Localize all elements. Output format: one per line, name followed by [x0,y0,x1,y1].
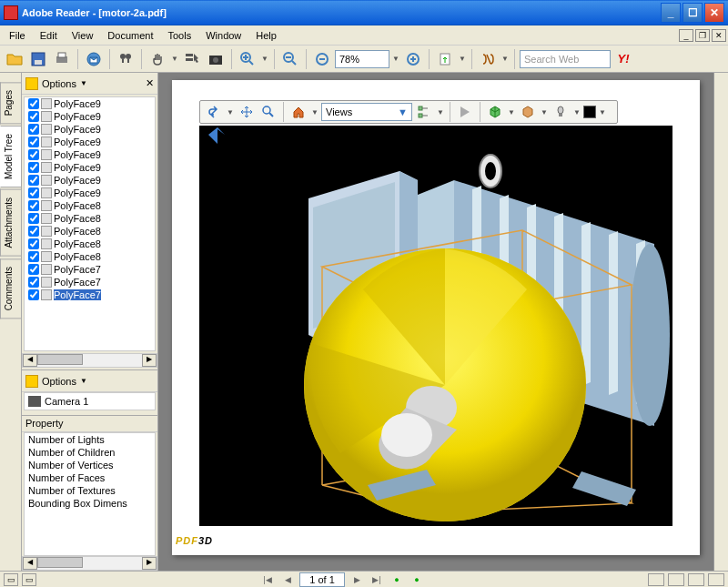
prop-scroll-thumb[interactable] [37,557,83,568]
tree-checkbox[interactable] [28,277,39,288]
zoom-3d-button[interactable] [258,102,278,122]
tree-node[interactable]: PolyFace7 [25,263,155,276]
sign-button[interactable] [477,48,499,70]
camera-options-dropdown[interactable]: ▼ [80,377,87,385]
panel-close-button[interactable]: ✕ [146,77,154,89]
page-layout-icon[interactable]: ▭ [4,573,18,586]
bgcolor-dropdown[interactable]: ▼ [598,108,607,116]
document-viewport[interactable]: ▼ ▼ Views▼ ▼ ▼ ▼ ▼ ▼ [158,73,728,571]
menu-document[interactable]: Document [100,28,160,43]
scroll-right-button[interactable]: ▶ [142,354,157,367]
tree-checkbox[interactable] [28,213,39,224]
email-button[interactable] [83,48,105,70]
extra-tool-button[interactable] [518,102,538,122]
tree-node[interactable]: PolyFace8 [25,250,155,263]
property-row[interactable]: Number of Faces [25,471,155,484]
tree-checkbox[interactable] [28,289,39,300]
views-select[interactable]: Views▼ [321,103,412,121]
tree-node[interactable]: PolyFace9 [25,136,155,148]
property-row[interactable]: Bounding Box Dimens [25,497,155,510]
tree-checkbox[interactable] [28,264,39,275]
facing-view[interactable] [688,573,704,586]
continuous-facing-view[interactable] [708,573,724,586]
prop-scroll-left[interactable]: ◀ [23,557,37,570]
property-row[interactable]: Number of Children [25,446,155,459]
tree-scrollbar[interactable]: ◀ ▶ [22,353,157,368]
lighting-dropdown[interactable]: ▼ [572,108,581,116]
camera-list[interactable]: Camera 1 [24,392,156,410]
rotate-dropdown[interactable]: ▼ [226,108,235,116]
menu-tools[interactable]: Tools [161,28,199,43]
search-button[interactable] [115,48,136,70]
menu-window[interactable]: Window [198,28,248,43]
zoom-out-button[interactable] [279,48,301,70]
select-tool-button[interactable] [181,48,203,70]
mdi-minimize-button[interactable]: _ [679,29,693,42]
play-button[interactable] [455,102,475,122]
tree-node[interactable]: PolyFace8 [25,238,155,250]
rotate-button[interactable] [204,102,224,122]
tree-checkbox[interactable] [28,187,39,198]
menu-view[interactable]: View [65,28,101,43]
tree-node[interactable]: PolyFace7 [25,276,155,288]
mdi-close-button[interactable]: ✕ [712,29,726,42]
tree-node[interactable]: PolyFace8 [25,225,155,238]
tree-checkbox[interactable] [28,175,39,186]
tree-checkbox[interactable] [28,149,39,160]
yahoo-search-button[interactable]: Y! [612,48,634,70]
tab-pages[interactable]: Pages [0,82,21,124]
page-vertical-scrollbar[interactable] [713,73,728,571]
camera-options-menu[interactable]: Options [42,376,76,387]
options-dropdown[interactable]: ▼ [80,79,87,87]
properties-scrollbar[interactable]: ◀ ▶ [22,556,157,571]
continuous-view[interactable] [668,573,684,586]
tree-checkbox[interactable] [28,124,39,135]
tree-checkbox[interactable] [28,200,39,211]
tree-node[interactable]: PolyFace9 [25,97,155,110]
model-tree-list[interactable]: PolyFace9PolyFace9PolyFace9PolyFace9Poly… [24,96,156,351]
tree-node[interactable]: PolyFace9 [25,123,155,136]
tree-node[interactable]: PolyFace9 [25,161,155,174]
pan-button[interactable] [237,102,257,122]
export-dropdown[interactable]: ▼ [458,55,467,63]
extra-tool-dropdown[interactable]: ▼ [540,108,549,116]
tree-checkbox[interactable] [28,226,39,237]
export-button[interactable] [434,48,456,70]
tree-checkbox[interactable] [28,111,39,122]
options-icon[interactable] [25,77,38,90]
lighting-button[interactable] [551,102,571,122]
sign-dropdown[interactable]: ▼ [500,55,510,63]
background-color-swatch[interactable] [583,106,596,118]
zoom-increase-button[interactable] [402,48,424,70]
page-layout-icon-2[interactable]: ▭ [22,573,36,586]
render-mode-dropdown[interactable]: ▼ [507,108,516,116]
prev-page-button[interactable]: ◀ [279,573,296,586]
snapshot-button[interactable] [205,48,227,70]
hand-tool-button[interactable] [147,48,168,70]
default-view-dropdown[interactable]: ▼ [310,108,319,116]
options-menu[interactable]: Options [42,78,76,89]
tree-node[interactable]: PolyFace9 [25,174,155,187]
forward-button[interactable]: ● [409,573,425,586]
zoom-in-button[interactable] [237,48,258,70]
maximize-button[interactable]: ☐ [682,3,703,23]
first-page-button[interactable]: |◀ [259,573,276,586]
tree-node[interactable]: PolyFace9 [25,148,155,161]
close-button[interactable]: ✕ [704,3,724,23]
render-mode-button[interactable] [485,102,505,122]
tab-comments[interactable]: Comments [0,258,21,319]
open-button[interactable] [4,48,25,70]
model-tree-dropdown[interactable]: ▼ [436,108,445,116]
mdi-restore-button[interactable]: ❐ [695,29,710,42]
tree-checkbox[interactable] [28,162,39,173]
property-row[interactable]: Number of Vertices [25,459,155,471]
last-page-button[interactable]: ▶| [369,573,385,586]
tree-node[interactable]: PolyFace9 [25,110,155,123]
search-web-input[interactable]: Search Web [520,50,611,68]
tree-node[interactable]: PolyFace9 [25,187,155,199]
menu-file[interactable]: File [2,28,33,43]
zoom-decrease-button[interactable] [311,48,333,70]
property-row[interactable]: Number of Lights [25,433,155,446]
tab-model-tree[interactable]: Model Tree [0,126,21,187]
3d-viewport[interactable] [199,126,672,526]
